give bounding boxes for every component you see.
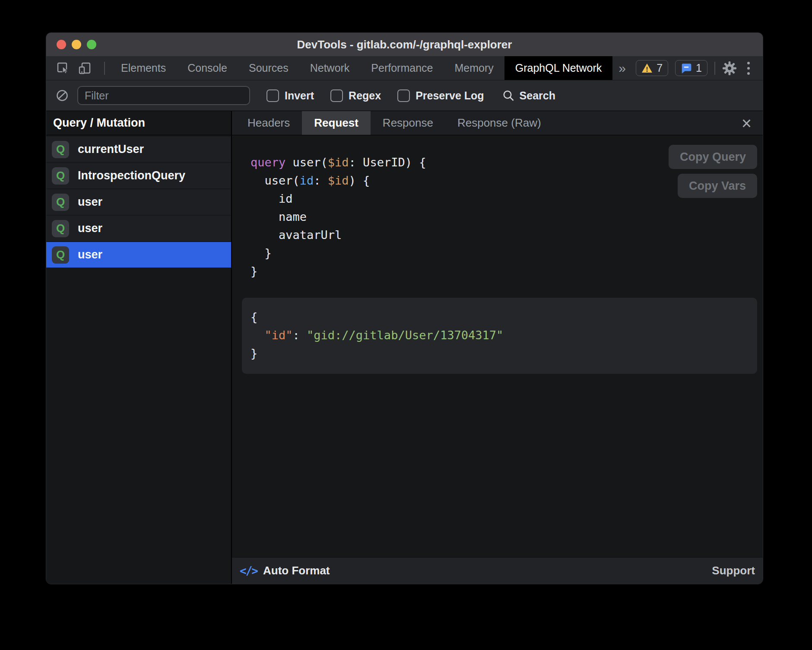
code-line: } bbox=[251, 344, 749, 363]
tab-bar-right: 7 1 bbox=[636, 56, 763, 80]
code-line: "id": "gid://gitlab/User/13704317" bbox=[251, 326, 749, 344]
devtools-tab-bar: ElementsConsoleSourcesNetworkPerformance… bbox=[46, 56, 763, 80]
warnings-badge[interactable]: 7 bbox=[636, 60, 668, 76]
query-list-item-currentuser-0[interactable]: QcurrentUser bbox=[46, 137, 231, 162]
issues-badge[interactable]: 1 bbox=[675, 60, 707, 76]
traffic-lights bbox=[57, 33, 96, 56]
close-icon[interactable]: × bbox=[730, 111, 763, 135]
query-name: user bbox=[78, 195, 102, 209]
search-label: Search bbox=[520, 89, 555, 102]
filter-input[interactable] bbox=[77, 86, 250, 105]
inspect-element-icon[interactable] bbox=[57, 62, 70, 75]
checkbox-regex[interactable]: Regex bbox=[330, 89, 381, 102]
query-type-badge: Q bbox=[52, 141, 69, 158]
code-line: avatarUrl bbox=[251, 226, 763, 244]
title-bar: DevTools - gitlab.com/-/graphql-explorer bbox=[46, 33, 763, 56]
search-icon bbox=[502, 89, 515, 102]
auto-format-button[interactable]: </> Auto Format bbox=[240, 564, 330, 577]
query-name: user bbox=[78, 248, 102, 261]
checkbox-box[interactable] bbox=[266, 89, 279, 102]
message-bubble-icon bbox=[681, 63, 692, 74]
code-line: name bbox=[251, 208, 763, 226]
detail-tab-response-raw[interactable]: Response (Raw) bbox=[445, 111, 553, 135]
badge-separator bbox=[714, 62, 715, 75]
request-detail-pane: HeadersRequestResponseResponse (Raw)× qu… bbox=[232, 111, 763, 584]
sidebar-header: Query / Mutation bbox=[46, 111, 231, 135]
tab-performance[interactable]: Performance bbox=[360, 56, 444, 80]
detail-footer: </> Auto Format Support bbox=[232, 557, 763, 584]
panel-content: Query / Mutation QcurrentUserQIntrospect… bbox=[46, 111, 763, 584]
checkbox-box[interactable] bbox=[330, 89, 343, 102]
settings-gear-icon[interactable] bbox=[722, 61, 737, 76]
detail-tab-request[interactable]: Request bbox=[302, 111, 371, 135]
detail-tab-response[interactable]: Response bbox=[371, 111, 445, 135]
tab-console[interactable]: Console bbox=[177, 56, 238, 80]
toolbar-icons bbox=[46, 56, 105, 80]
copy-buttons: Copy Query Copy Vars bbox=[669, 145, 757, 198]
checkbox-invert[interactable]: Invert bbox=[266, 89, 314, 102]
support-link[interactable]: Support bbox=[712, 564, 755, 577]
checkbox-label: Preserve Log bbox=[416, 89, 484, 102]
filter-checkboxes: InvertRegexPreserve Log bbox=[250, 89, 484, 102]
filter-bar: InvertRegexPreserve Log Search bbox=[46, 80, 763, 111]
warning-triangle-icon bbox=[641, 63, 653, 73]
screen: DevTools - gitlab.com/-/graphql-explorer bbox=[0, 0, 812, 650]
warning-count: 7 bbox=[657, 62, 663, 74]
query-list-item-introspectionquery-1[interactable]: QIntrospectionQuery bbox=[46, 163, 231, 188]
detail-tab-headers[interactable]: Headers bbox=[235, 111, 302, 135]
query-list-item-user-2[interactable]: Quser bbox=[46, 189, 231, 215]
checkbox-label: Regex bbox=[349, 89, 381, 102]
query-name: user bbox=[78, 222, 102, 235]
query-list-sidebar: Query / Mutation QcurrentUserQIntrospect… bbox=[46, 111, 232, 584]
window-title: DevTools - gitlab.com/-/graphql-explorer bbox=[46, 38, 763, 51]
tab-graphql-network[interactable]: GraphQL Network bbox=[504, 56, 613, 80]
tab-memory[interactable]: Memory bbox=[444, 56, 504, 80]
panel-tabs: ElementsConsoleSourcesNetworkPerformance… bbox=[110, 56, 612, 80]
code-brackets-icon: </> bbox=[240, 564, 257, 577]
query-type-badge: Q bbox=[52, 167, 69, 185]
auto-format-label: Auto Format bbox=[263, 564, 330, 577]
checkbox-label: Invert bbox=[285, 89, 314, 102]
checkbox-preserve-log[interactable]: Preserve Log bbox=[397, 89, 484, 102]
query-name: currentUser bbox=[78, 143, 144, 156]
detail-tabs: HeadersRequestResponseResponse (Raw)× bbox=[232, 111, 763, 135]
toolbar-separator bbox=[104, 62, 105, 75]
issue-count: 1 bbox=[696, 62, 702, 74]
query-type-badge: Q bbox=[52, 194, 69, 211]
device-toolbar-icon[interactable] bbox=[78, 62, 92, 75]
more-tabs-chevron-icon[interactable]: » bbox=[612, 56, 632, 80]
close-window-button[interactable] bbox=[57, 40, 66, 49]
tab-elements[interactable]: Elements bbox=[110, 56, 177, 80]
query-name: IntrospectionQuery bbox=[78, 169, 185, 182]
minimize-window-button[interactable] bbox=[72, 40, 81, 49]
query-list-item-user-4[interactable]: Quser bbox=[46, 242, 231, 268]
request-code-area: query user($id: UserID) { user(id: $id) … bbox=[232, 135, 763, 557]
code-line: } bbox=[251, 262, 763, 280]
query-list-item-user-3[interactable]: Quser bbox=[46, 216, 231, 241]
copy-query-button[interactable]: Copy Query bbox=[669, 145, 757, 169]
query-list: QcurrentUserQIntrospectionQueryQuserQuse… bbox=[46, 135, 231, 584]
code-line: } bbox=[251, 244, 763, 262]
query-variables-box: { "id": "gid://gitlab/User/13704317"} bbox=[242, 298, 757, 374]
zoom-window-button[interactable] bbox=[87, 40, 96, 49]
clear-icon[interactable] bbox=[56, 89, 69, 102]
checkbox-box[interactable] bbox=[397, 89, 410, 102]
query-type-badge: Q bbox=[52, 220, 69, 237]
tab-sources[interactable]: Sources bbox=[238, 56, 299, 80]
search-toggle[interactable]: Search bbox=[502, 89, 555, 102]
customize-menu-icon[interactable] bbox=[744, 62, 753, 75]
code-line: { bbox=[251, 308, 749, 326]
request-body: query user($id: UserID) { user(id: $id) … bbox=[232, 135, 763, 584]
copy-vars-button[interactable]: Copy Vars bbox=[678, 174, 757, 198]
tab-network[interactable]: Network bbox=[299, 56, 361, 80]
devtools-window: DevTools - gitlab.com/-/graphql-explorer bbox=[46, 32, 763, 584]
query-type-badge: Q bbox=[52, 246, 69, 264]
